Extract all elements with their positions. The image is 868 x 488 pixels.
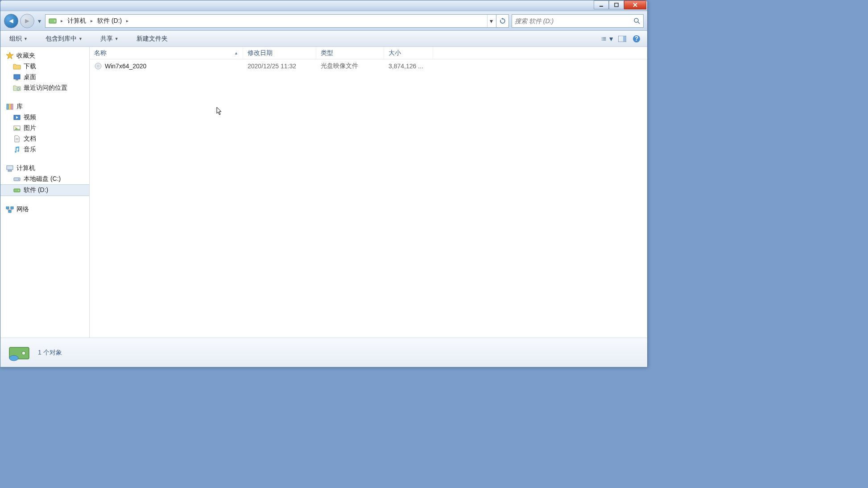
iso-file-icon — [94, 62, 102, 70]
svg-rect-37 — [8, 210, 11, 213]
svg-rect-10 — [602, 38, 603, 39]
column-size[interactable]: 大小 — [384, 47, 433, 59]
refresh-icon — [500, 18, 506, 24]
search-icon — [633, 17, 641, 25]
search-box[interactable] — [512, 14, 644, 28]
svg-rect-18 — [14, 75, 20, 79]
network-group: 网络 — [0, 204, 89, 215]
share-label: 共享 — [100, 35, 113, 43]
address-dropdown[interactable]: ▾ — [487, 15, 495, 27]
minimize-button[interactable] — [594, 0, 609, 9]
svg-line-7 — [638, 22, 640, 24]
file-row[interactable]: Win7x64_2020 2020/12/25 11:32 光盘映像文件 3,8… — [90, 59, 647, 73]
svg-text:?: ? — [635, 35, 639, 42]
desktop-icon — [13, 73, 21, 81]
sidebar-computer[interactable]: 计算机 — [0, 163, 89, 174]
column-date-label: 修改日期 — [248, 49, 273, 57]
sort-ascending-icon: ▲ — [234, 51, 238, 55]
maximize-button[interactable] — [609, 0, 624, 9]
column-date[interactable]: 修改日期 — [243, 47, 316, 59]
main-area: 收藏夹 下载 桌面 最近访问的位置 库 — [0, 47, 647, 338]
drive-icon — [13, 186, 21, 194]
chevron-down-icon: ▼ — [608, 35, 614, 42]
svg-rect-30 — [8, 170, 12, 171]
sidebar-item-label: 桌面 — [24, 73, 36, 81]
help-button[interactable]: ? — [630, 33, 643, 45]
breadcrumb-computer[interactable]: 计算机 — [65, 15, 89, 27]
svg-rect-19 — [16, 79, 18, 80]
file-name-cell: Win7x64_2020 — [90, 62, 243, 70]
sidebar-item-desktop[interactable]: 桌面 — [0, 72, 89, 83]
svg-point-46 — [9, 355, 18, 361]
titlebar — [0, 0, 647, 11]
forward-button[interactable]: ► — [20, 14, 34, 28]
sidebar-libraries[interactable]: 库 — [0, 101, 89, 112]
folder-icon — [13, 63, 21, 71]
svg-rect-23 — [11, 104, 13, 109]
favorites-label: 收藏夹 — [17, 52, 35, 60]
list-view-icon — [602, 36, 606, 42]
share-button[interactable]: 共享▼ — [96, 33, 123, 45]
explorer-window: ◄ ► ▾ ▸ 计算机 ▸ 软件 (D:) ▸ ▾ 组织▼ 包含到库中▼ — [0, 0, 648, 367]
libraries-group: 库 视频 图片 文档 音乐 — [0, 101, 89, 155]
picture-icon — [13, 124, 21, 132]
view-options-button[interactable]: ▼ — [602, 33, 614, 45]
recent-icon — [13, 84, 21, 92]
breadcrumb-drive[interactable]: 软件 (D:) — [95, 15, 124, 27]
column-type[interactable]: 类型 — [316, 47, 384, 59]
arrow-right-icon: ► — [24, 17, 31, 25]
chevron-down-icon: ▼ — [115, 37, 119, 41]
svg-point-32 — [18, 179, 19, 180]
computer-icon — [6, 164, 14, 172]
network-label: 网络 — [17, 205, 29, 213]
sidebar-item-drive-d[interactable]: 软件 (D:) — [0, 184, 89, 196]
file-size: 3,874,126 ... — [384, 63, 433, 70]
svg-rect-13 — [603, 40, 606, 40]
svg-rect-15 — [623, 36, 626, 42]
search-input[interactable] — [515, 17, 633, 25]
sidebar-item-downloads[interactable]: 下载 — [0, 61, 89, 72]
sidebar-item-recent[interactable]: 最近访问的位置 — [0, 83, 89, 93]
svg-rect-35 — [6, 207, 9, 209]
close-button[interactable] — [624, 0, 646, 9]
star-icon — [6, 52, 14, 60]
svg-point-45 — [22, 351, 25, 355]
preview-pane-button[interactable] — [616, 33, 628, 45]
library-icon — [6, 103, 14, 111]
sidebar-item-videos[interactable]: 视频 — [0, 112, 89, 123]
drive-icon — [48, 17, 57, 25]
column-name[interactable]: 名称 ▲ — [90, 47, 243, 59]
column-size-label: 大小 — [389, 49, 401, 57]
drive-thumbnail-icon — [7, 342, 32, 363]
sidebar-item-pictures[interactable]: 图片 — [0, 123, 89, 133]
window-controls — [594, 0, 646, 9]
new-folder-button[interactable]: 新建文件夹 — [132, 33, 172, 45]
svg-rect-1 — [615, 3, 618, 7]
sidebar-item-drive-c[interactable]: 本地磁盘 (C:) — [0, 174, 89, 184]
refresh-button[interactable] — [496, 14, 509, 28]
svg-point-5 — [54, 20, 56, 21]
back-button[interactable]: ◄ — [4, 14, 18, 28]
network-icon — [6, 205, 14, 213]
navigation-sidebar: 收藏夹 下载 桌面 最近访问的位置 库 — [0, 47, 90, 338]
sidebar-favorites[interactable]: 收藏夹 — [0, 50, 89, 61]
music-icon — [13, 146, 21, 154]
breadcrumb-sep-icon: ▸ — [59, 18, 65, 23]
svg-rect-22 — [9, 104, 11, 109]
include-label: 包含到库中 — [45, 35, 77, 43]
include-library-button[interactable]: 包含到库中▼ — [41, 33, 87, 45]
breadcrumb-sep-icon: ▸ — [89, 18, 95, 23]
organize-button[interactable]: 组织▼ — [5, 33, 32, 45]
sidebar-item-label: 最近访问的位置 — [24, 84, 67, 92]
sidebar-item-label: 文档 — [24, 135, 36, 143]
organize-label: 组织 — [9, 35, 22, 43]
computer-group: 计算机 本地磁盘 (C:) 软件 (D:) — [0, 163, 89, 196]
toolbar: 组织▼ 包含到库中▼ 共享▼ 新建文件夹 ▼ ? — [0, 31, 647, 47]
sidebar-network[interactable]: 网络 — [0, 204, 89, 215]
sidebar-item-documents[interactable]: 文档 — [0, 133, 89, 144]
svg-point-43 — [97, 65, 99, 67]
address-box[interactable]: ▸ 计算机 ▸ 软件 (D:) ▸ ▾ — [45, 14, 496, 28]
sidebar-item-music[interactable]: 音乐 — [0, 144, 89, 155]
svg-point-6 — [634, 18, 638, 22]
nav-history-dropdown[interactable]: ▾ — [36, 17, 42, 25]
